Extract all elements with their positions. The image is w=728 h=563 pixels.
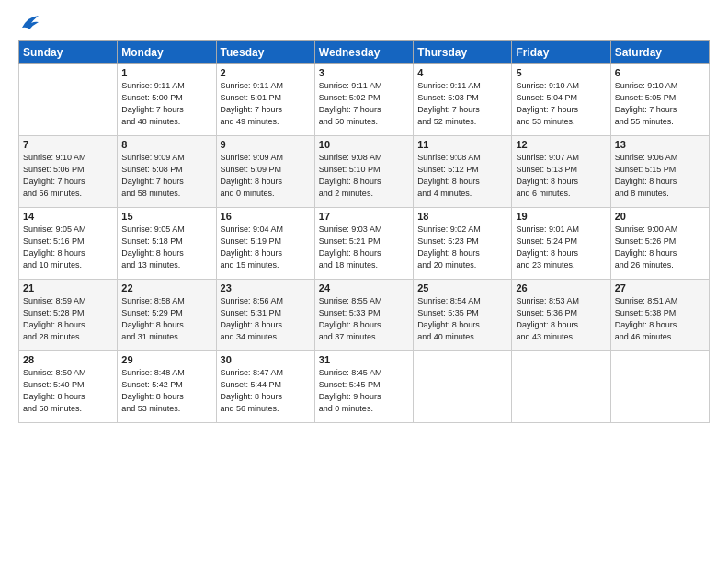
day-cell: 8Sunrise: 9:09 AM Sunset: 5:08 PM Daylig…	[118, 136, 216, 208]
day-number: 11	[417, 139, 507, 150]
day-cell: 23Sunrise: 8:56 AM Sunset: 5:31 PM Dayli…	[216, 280, 314, 351]
day-cell: 25Sunrise: 8:54 AM Sunset: 5:35 PM Dayli…	[414, 280, 512, 351]
day-info: Sunrise: 9:10 AM Sunset: 5:04 PM Dayligh…	[516, 80, 606, 128]
day-cell: 20Sunrise: 9:00 AM Sunset: 5:26 PM Dayli…	[610, 208, 709, 280]
day-cell: 30Sunrise: 8:47 AM Sunset: 5:44 PM Dayli…	[216, 351, 314, 423]
day-info: Sunrise: 9:11 AM Sunset: 5:00 PM Dayligh…	[121, 80, 211, 128]
day-number: 8	[121, 139, 211, 150]
day-number: 4	[417, 67, 507, 78]
day-number: 7	[23, 139, 113, 150]
day-cell: 28Sunrise: 8:50 AM Sunset: 5:40 PM Dayli…	[19, 351, 118, 423]
day-info: Sunrise: 9:01 AM Sunset: 5:24 PM Dayligh…	[516, 224, 606, 271]
day-number: 10	[319, 139, 409, 150]
day-cell: 24Sunrise: 8:55 AM Sunset: 5:33 PM Dayli…	[314, 280, 413, 351]
day-info: Sunrise: 9:10 AM Sunset: 5:05 PM Dayligh…	[615, 80, 705, 128]
day-cell: 17Sunrise: 9:03 AM Sunset: 5:21 PM Dayli…	[314, 208, 413, 280]
day-cell: 29Sunrise: 8:48 AM Sunset: 5:42 PM Dayli…	[118, 351, 216, 423]
day-cell: 13Sunrise: 9:06 AM Sunset: 5:15 PM Dayli…	[610, 136, 709, 208]
column-header-wednesday: Wednesday	[314, 41, 413, 64]
day-info: Sunrise: 9:09 AM Sunset: 5:09 PM Dayligh…	[221, 152, 311, 200]
day-number: 12	[516, 139, 606, 150]
day-cell: 22Sunrise: 8:58 AM Sunset: 5:29 PM Dayli…	[118, 280, 216, 351]
day-info: Sunrise: 9:05 AM Sunset: 5:18 PM Dayligh…	[121, 224, 211, 271]
column-header-thursday: Thursday	[414, 41, 512, 64]
week-row-2: 7Sunrise: 9:10 AM Sunset: 5:06 PM Daylig…	[19, 136, 710, 208]
day-cell: 1Sunrise: 9:11 AM Sunset: 5:00 PM Daylig…	[118, 64, 216, 136]
header	[18, 15, 710, 31]
week-row-3: 14Sunrise: 9:05 AM Sunset: 5:16 PM Dayli…	[19, 208, 710, 280]
day-info: Sunrise: 9:11 AM Sunset: 5:02 PM Dayligh…	[319, 80, 409, 128]
day-cell: 19Sunrise: 9:01 AM Sunset: 5:24 PM Dayli…	[512, 208, 610, 280]
day-number: 16	[221, 211, 311, 222]
day-number: 14	[23, 211, 113, 222]
day-number: 22	[121, 282, 211, 293]
day-cell: 5Sunrise: 9:10 AM Sunset: 5:04 PM Daylig…	[512, 64, 610, 136]
day-cell: 6Sunrise: 9:10 AM Sunset: 5:05 PM Daylig…	[610, 64, 709, 136]
day-number: 28	[23, 354, 113, 365]
day-info: Sunrise: 8:45 AM Sunset: 5:45 PM Dayligh…	[319, 367, 409, 415]
column-header-monday: Monday	[118, 41, 216, 64]
day-number: 9	[221, 139, 311, 150]
day-number: 6	[615, 67, 705, 78]
day-cell	[610, 351, 709, 423]
day-cell: 12Sunrise: 9:07 AM Sunset: 5:13 PM Dayli…	[512, 136, 610, 208]
page: SundayMondayTuesdayWednesdayThursdayFrid…	[0, 0, 728, 563]
day-cell: 4Sunrise: 9:11 AM Sunset: 5:03 PM Daylig…	[414, 64, 512, 136]
day-cell: 26Sunrise: 8:53 AM Sunset: 5:36 PM Dayli…	[512, 280, 610, 351]
day-info: Sunrise: 9:07 AM Sunset: 5:13 PM Dayligh…	[516, 152, 606, 200]
logo	[18, 15, 40, 31]
day-info: Sunrise: 9:08 AM Sunset: 5:10 PM Dayligh…	[319, 152, 409, 200]
day-info: Sunrise: 9:11 AM Sunset: 5:03 PM Dayligh…	[417, 80, 507, 128]
day-info: Sunrise: 8:58 AM Sunset: 5:29 PM Dayligh…	[121, 295, 211, 343]
day-info: Sunrise: 8:56 AM Sunset: 5:31 PM Dayligh…	[221, 295, 311, 343]
day-info: Sunrise: 8:55 AM Sunset: 5:33 PM Dayligh…	[319, 295, 409, 343]
header-row: SundayMondayTuesdayWednesdayThursdayFrid…	[19, 41, 710, 64]
column-header-saturday: Saturday	[610, 41, 709, 64]
day-cell	[512, 351, 610, 423]
day-cell: 21Sunrise: 8:59 AM Sunset: 5:28 PM Dayli…	[19, 280, 118, 351]
day-info: Sunrise: 8:50 AM Sunset: 5:40 PM Dayligh…	[23, 367, 113, 415]
day-number: 25	[417, 282, 507, 293]
day-cell	[19, 64, 118, 136]
column-header-tuesday: Tuesday	[216, 41, 314, 64]
day-info: Sunrise: 9:06 AM Sunset: 5:15 PM Dayligh…	[615, 152, 705, 200]
week-row-5: 28Sunrise: 8:50 AM Sunset: 5:40 PM Dayli…	[19, 351, 710, 423]
column-header-friday: Friday	[512, 41, 610, 64]
day-cell: 3Sunrise: 9:11 AM Sunset: 5:02 PM Daylig…	[314, 64, 413, 136]
day-number: 24	[319, 282, 409, 293]
day-cell: 15Sunrise: 9:05 AM Sunset: 5:18 PM Dayli…	[118, 208, 216, 280]
day-info: Sunrise: 9:03 AM Sunset: 5:21 PM Dayligh…	[319, 224, 409, 271]
day-info: Sunrise: 9:02 AM Sunset: 5:23 PM Dayligh…	[417, 224, 507, 271]
day-cell: 11Sunrise: 9:08 AM Sunset: 5:12 PM Dayli…	[414, 136, 512, 208]
day-info: Sunrise: 8:53 AM Sunset: 5:36 PM Dayligh…	[516, 295, 606, 343]
day-number: 13	[615, 139, 705, 150]
day-info: Sunrise: 8:54 AM Sunset: 5:35 PM Dayligh…	[417, 295, 507, 343]
week-row-4: 21Sunrise: 8:59 AM Sunset: 5:28 PM Dayli…	[19, 280, 710, 351]
day-cell	[414, 351, 512, 423]
day-number: 30	[221, 354, 311, 365]
day-number: 21	[23, 282, 113, 293]
day-info: Sunrise: 9:00 AM Sunset: 5:26 PM Dayligh…	[615, 224, 705, 271]
day-info: Sunrise: 9:04 AM Sunset: 5:19 PM Dayligh…	[221, 224, 311, 271]
day-number: 19	[516, 211, 606, 222]
day-number: 1	[121, 67, 211, 78]
day-number: 27	[615, 282, 705, 293]
day-number: 18	[417, 211, 507, 222]
day-number: 20	[615, 211, 705, 222]
day-number: 29	[121, 354, 211, 365]
day-number: 23	[221, 282, 311, 293]
day-cell: 14Sunrise: 9:05 AM Sunset: 5:16 PM Dayli…	[19, 208, 118, 280]
day-cell: 7Sunrise: 9:10 AM Sunset: 5:06 PM Daylig…	[19, 136, 118, 208]
week-row-1: 1Sunrise: 9:11 AM Sunset: 5:00 PM Daylig…	[19, 64, 710, 136]
day-number: 5	[516, 67, 606, 78]
day-number: 17	[319, 211, 409, 222]
logo-bird-icon	[20, 15, 40, 31]
day-cell: 10Sunrise: 9:08 AM Sunset: 5:10 PM Dayli…	[314, 136, 413, 208]
day-cell: 2Sunrise: 9:11 AM Sunset: 5:01 PM Daylig…	[216, 64, 314, 136]
day-number: 15	[121, 211, 211, 222]
day-info: Sunrise: 9:08 AM Sunset: 5:12 PM Dayligh…	[417, 152, 507, 200]
day-info: Sunrise: 8:48 AM Sunset: 5:42 PM Dayligh…	[121, 367, 211, 415]
day-info: Sunrise: 9:05 AM Sunset: 5:16 PM Dayligh…	[23, 224, 113, 271]
day-info: Sunrise: 9:10 AM Sunset: 5:06 PM Dayligh…	[23, 152, 113, 200]
column-header-sunday: Sunday	[19, 41, 118, 64]
